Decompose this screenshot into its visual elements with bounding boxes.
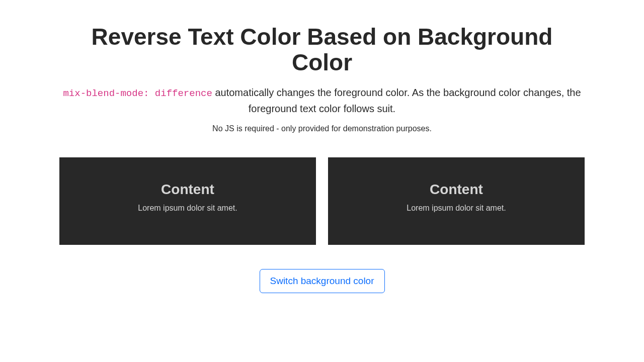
- subtitle-text: automatically changes the foreground col…: [212, 87, 581, 114]
- switch-background-button[interactable]: Switch background color: [260, 269, 385, 293]
- card-title: Content: [340, 182, 573, 198]
- content-card: Content Lorem ipsum dolor sit amet.: [59, 157, 316, 245]
- subtitle: mix-blend-mode: difference automatically…: [59, 85, 585, 116]
- card-title: Content: [71, 182, 304, 198]
- note-text: No JS is required - only provided for de…: [59, 124, 585, 133]
- main-container: Reverse Text Color Based on Background C…: [59, 24, 585, 293]
- content-card: Content Lorem ipsum dolor sit amet.: [328, 157, 585, 245]
- card-body: Lorem ipsum dolor sit amet.: [71, 204, 304, 213]
- cards-row: Content Lorem ipsum dolor sit amet. Cont…: [59, 157, 585, 245]
- code-snippet: mix-blend-mode: difference: [63, 88, 212, 99]
- page-title: Reverse Text Color Based on Background C…: [59, 24, 585, 75]
- card-body: Lorem ipsum dolor sit amet.: [340, 204, 573, 213]
